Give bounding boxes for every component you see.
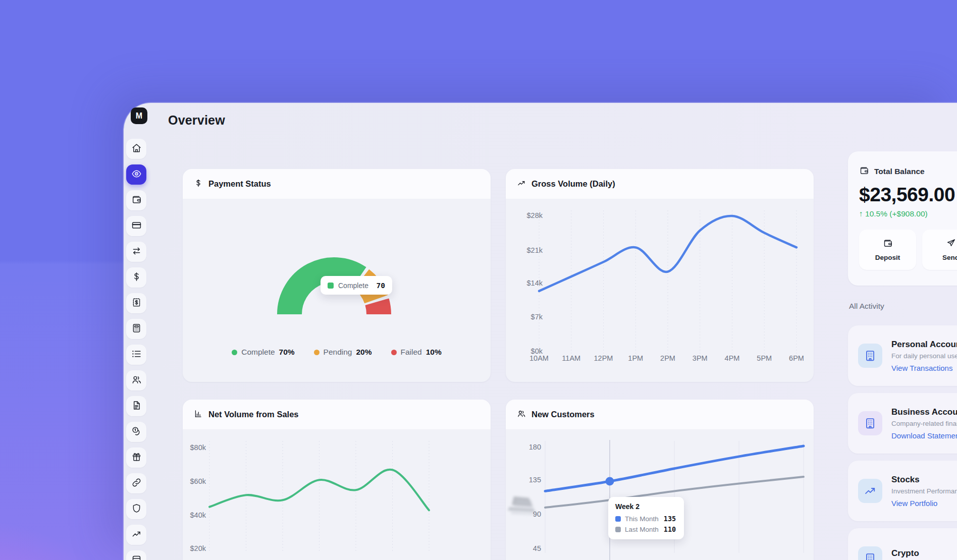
- payment-legend: Complete 70% Pending 20% Failed 10%: [183, 348, 491, 357]
- eye-icon: [131, 169, 142, 181]
- activity-title: Crypto: [891, 548, 949, 558]
- send-button[interactable]: Send: [922, 230, 957, 270]
- legend-value: 70%: [279, 348, 295, 357]
- dollar-icon: [194, 179, 203, 190]
- link-icon: [131, 477, 142, 490]
- invoice-icon: [131, 297, 142, 310]
- trending-up-icon: [517, 179, 526, 190]
- svg-text:$21k: $21k: [527, 246, 543, 254]
- activity-title: Business Account: [891, 407, 957, 417]
- send-button-label: Send: [942, 254, 957, 261]
- activity-card-stocks[interactable]: StocksInvestment PerformanceView Portfol…: [848, 461, 957, 521]
- svg-text:$7k: $7k: [531, 313, 543, 321]
- activity-link-business-account[interactable]: Download Statement: [891, 431, 957, 440]
- sidebar-item-wallet[interactable]: [126, 190, 146, 210]
- sidebar-item-app-window[interactable]: [126, 550, 146, 560]
- activity-card-business-account[interactable]: Business AccountCompany-related finances…: [848, 393, 957, 454]
- svg-text:$60k: $60k: [190, 477, 206, 485]
- shield-icon: [131, 503, 142, 516]
- users-icon: [517, 409, 526, 420]
- card-title: New Customers: [531, 410, 595, 419]
- legend-value: 10%: [426, 348, 442, 357]
- legend-item-pending[interactable]: Pending 20%: [314, 348, 372, 357]
- total-balance-amount: $23,569.00: [859, 184, 957, 206]
- document-icon: [131, 400, 142, 413]
- payment-status-header: Payment Status: [183, 169, 491, 199]
- deposit-button[interactable]: Deposit: [859, 230, 916, 270]
- svg-text:6PM: 6PM: [789, 354, 804, 362]
- sidebar-item-transfer[interactable]: [126, 242, 146, 262]
- sidebar-item-coins[interactable]: [126, 422, 146, 442]
- blur-artifact: [506, 494, 537, 518]
- credit-card-icon: [131, 220, 142, 233]
- card-title: Gross Volume (Daily): [531, 179, 615, 189]
- total-balance-delta: ↑ 10.5% (+$908.00): [859, 209, 957, 218]
- sidebar-item-invoice[interactable]: [126, 293, 146, 313]
- tooltip-swatch: [615, 527, 621, 532]
- new-customers-card: New Customers 1801359045 Week 2 This Mon…: [506, 400, 814, 560]
- legend-label: Failed: [401, 348, 422, 357]
- svg-text:$28k: $28k: [527, 211, 543, 219]
- sidebar-item-shield[interactable]: [126, 499, 146, 519]
- tooltip-swatch: [615, 516, 621, 522]
- activity-card-crypto[interactable]: CryptoWallet & Exchange: [848, 528, 957, 560]
- dollar-icon: [131, 271, 142, 284]
- svg-text:2PM: 2PM: [660, 354, 675, 362]
- svg-text:3PM: 3PM: [693, 354, 708, 362]
- activity-link-stocks[interactable]: View Portfolio: [891, 499, 957, 508]
- svg-text:1PM: 1PM: [628, 354, 643, 362]
- svg-text:45: 45: [533, 544, 541, 552]
- sidebar-item-users[interactable]: [126, 370, 146, 390]
- gift-icon: [131, 452, 142, 464]
- transfer-icon: [131, 246, 142, 258]
- svg-text:$20k: $20k: [190, 544, 206, 552]
- legend-label: Complete: [241, 348, 275, 357]
- gross-volume-card: Gross Volume (Daily) $28k$21k$14k$7k$0k1…: [506, 169, 814, 382]
- tooltip-row: This Month 135: [615, 515, 677, 523]
- sidebar-item-calculator[interactable]: [126, 319, 146, 339]
- activity-card-personal-account[interactable]: Personal AccountFor daily personal useVi…: [848, 325, 957, 386]
- activity-title: Personal Account: [891, 340, 957, 350]
- sidebar-item-document[interactable]: [126, 396, 146, 416]
- sidebar-item-eye[interactable]: [126, 164, 146, 185]
- payment-status-chart[interactable]: Complete 70 Complete 70% Pending 20% Fai…: [183, 199, 491, 382]
- activity-subtitle: Company-related finances: [891, 420, 957, 427]
- bar-chart-icon: [194, 409, 203, 420]
- tooltip-row: Last Month 110: [615, 525, 677, 533]
- svg-text:12PM: 12PM: [594, 354, 613, 362]
- wallet-icon: [859, 165, 869, 178]
- page-title: Overview: [168, 113, 225, 128]
- legend-dot: [391, 350, 397, 355]
- sidebar-item-list[interactable]: [126, 345, 146, 365]
- activity-link-personal-account[interactable]: View Transactions: [891, 364, 957, 372]
- net-volume-header: Net Volume from Sales: [183, 400, 491, 430]
- gross-volume-chart[interactable]: $28k$21k$14k$7k$0k10AM11AM12PM1PM2PM3PM4…: [506, 199, 814, 382]
- legend-label: Pending: [324, 348, 352, 357]
- wallet-icon: [131, 194, 142, 207]
- sidebar-item-home[interactable]: [126, 139, 146, 159]
- tooltip-label: This Month: [625, 515, 659, 523]
- sidebar-item-link[interactable]: [126, 473, 146, 493]
- coins-icon: [131, 426, 142, 438]
- users-icon: [131, 374, 142, 387]
- sidebar-item-credit-card[interactable]: [126, 216, 146, 236]
- sidebar-item-gift[interactable]: [126, 447, 146, 468]
- new-customers-header: New Customers: [506, 400, 814, 430]
- svg-text:11AM: 11AM: [562, 354, 580, 362]
- card-title: Net Volume from Sales: [208, 410, 299, 419]
- sidebar-item-trending-up[interactable]: [126, 525, 146, 545]
- sidebar-item-dollar[interactable]: [126, 267, 146, 288]
- legend-item-failed[interactable]: Failed 10%: [391, 348, 442, 357]
- building-icon: [858, 411, 882, 435]
- legend-item-complete[interactable]: Complete 70%: [232, 348, 294, 357]
- app-window-icon: [131, 554, 142, 560]
- building-icon: [858, 344, 882, 368]
- wallet-icon: [883, 238, 893, 250]
- svg-text:$80k: $80k: [190, 443, 206, 452]
- new-customers-chart[interactable]: 1801359045: [506, 430, 814, 560]
- svg-text:180: 180: [529, 443, 541, 451]
- net-volume-chart[interactable]: $80k$60k$40k$20k: [183, 430, 491, 560]
- svg-text:135: 135: [529, 476, 541, 484]
- gross-volume-header: Gross Volume (Daily): [506, 169, 814, 199]
- calculator-icon: [131, 323, 142, 335]
